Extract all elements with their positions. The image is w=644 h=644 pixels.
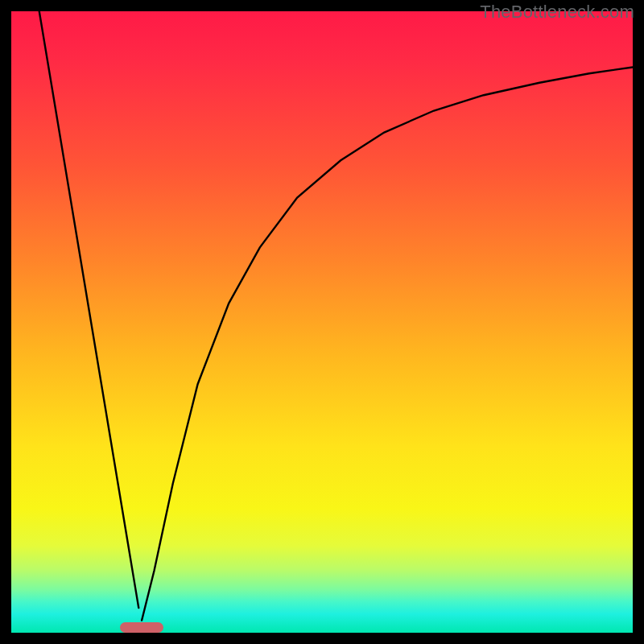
marker-pill xyxy=(120,622,163,633)
plot-area xyxy=(11,11,633,633)
curve-layer xyxy=(11,11,633,633)
chart-frame: TheBottleneck.com xyxy=(0,0,644,644)
curve-left xyxy=(39,11,139,608)
curve-right xyxy=(142,67,633,620)
